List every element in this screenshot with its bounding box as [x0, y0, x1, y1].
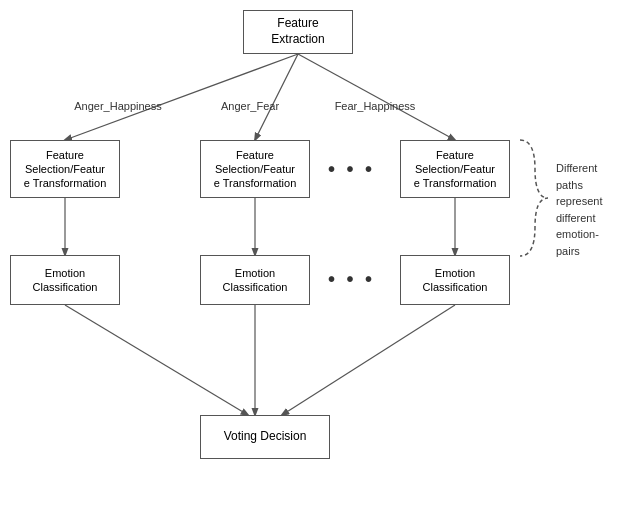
fs-dots: • • •: [328, 158, 375, 181]
emotion-classification-box-1: EmotionClassification: [10, 255, 120, 305]
feature-extraction-box: FeatureExtraction: [243, 10, 353, 54]
svg-line-6: [65, 305, 248, 415]
emotion-classification-box-2: EmotionClassification: [200, 255, 310, 305]
emotion-classification-box-3: EmotionClassification: [400, 255, 510, 305]
diagram: FeatureExtraction FeatureSelection/Featu…: [0, 0, 640, 513]
fear-happiness-label: Fear_Happiness: [330, 100, 420, 112]
svg-line-0: [65, 54, 298, 140]
ec1-label: EmotionClassification: [33, 266, 98, 295]
ec-dots: • • •: [328, 268, 375, 291]
ec3-label: EmotionClassification: [423, 266, 488, 295]
feature-selection-box-3: FeatureSelection/Feature Transformation: [400, 140, 510, 198]
side-note: Differentpathsrepresentdifferentemotion-…: [556, 160, 636, 259]
fs1-label: FeatureSelection/Feature Transformation: [24, 148, 107, 191]
feature-extraction-label: FeatureExtraction: [271, 16, 324, 47]
voting-decision-box: Voting Decision: [200, 415, 330, 459]
fs3-label: FeatureSelection/Feature Transformation: [414, 148, 497, 191]
ec2-label: EmotionClassification: [223, 266, 288, 295]
anger-happiness-label: Anger_Happiness: [68, 100, 168, 112]
svg-line-2: [298, 54, 455, 140]
feature-selection-box-2: FeatureSelection/Feature Transformation: [200, 140, 310, 198]
anger-fear-label: Anger_Fear: [210, 100, 290, 112]
voting-decision-label: Voting Decision: [224, 429, 307, 445]
svg-line-1: [255, 54, 298, 140]
feature-selection-box-1: FeatureSelection/Feature Transformation: [10, 140, 120, 198]
svg-line-8: [282, 305, 455, 415]
fs2-label: FeatureSelection/Feature Transformation: [214, 148, 297, 191]
